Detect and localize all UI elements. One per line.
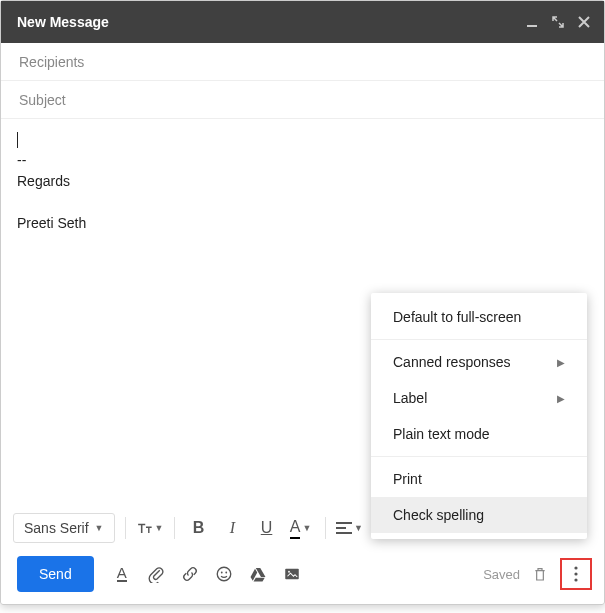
recipients-input[interactable]	[17, 53, 588, 71]
svg-point-6	[225, 572, 227, 574]
svg-point-9	[574, 566, 577, 569]
fullscreen-icon[interactable]	[552, 16, 564, 28]
svg-point-11	[574, 578, 577, 581]
send-button[interactable]: Send	[17, 556, 94, 592]
more-button-highlight	[560, 558, 592, 590]
compose-header: New Message	[1, 1, 604, 43]
text-format-icon[interactable]: A	[112, 564, 132, 584]
link-icon[interactable]	[180, 564, 200, 584]
italic-button[interactable]: I	[219, 514, 247, 542]
header-window-controls	[526, 16, 590, 28]
more-options-icon[interactable]	[564, 562, 588, 586]
menu-canned-responses[interactable]: Canned responses ▶	[371, 344, 587, 380]
signature-line2: Preeti Seth	[17, 215, 86, 231]
svg-rect-7	[285, 569, 299, 580]
chevron-down-icon: ▼	[155, 523, 164, 533]
align-button[interactable]: ▼	[336, 514, 364, 542]
menu-separator	[371, 456, 587, 457]
svg-point-8	[288, 571, 290, 573]
action-row: Send A Saved	[1, 548, 604, 604]
format-glyph: A	[117, 566, 127, 582]
underline-button[interactable]: U	[253, 514, 281, 542]
subject-row[interactable]	[1, 81, 604, 119]
chevron-right-icon: ▶	[557, 393, 565, 404]
divider	[325, 517, 326, 539]
divider	[125, 517, 126, 539]
svg-point-10	[574, 572, 577, 575]
action-icons: A	[112, 564, 302, 584]
signature-separator: --	[17, 152, 26, 168]
menu-label: Plain text mode	[393, 426, 490, 442]
action-right: Saved	[483, 558, 592, 590]
trash-icon[interactable]	[530, 564, 550, 584]
emoji-icon[interactable]	[214, 564, 234, 584]
menu-label: Default to full-screen	[393, 309, 521, 325]
divider	[174, 517, 175, 539]
menu-label: Canned responses	[393, 354, 511, 370]
image-icon[interactable]	[282, 564, 302, 584]
svg-point-4	[217, 567, 231, 581]
close-icon[interactable]	[578, 16, 590, 28]
menu-label: Check spelling	[393, 507, 484, 523]
header-title: New Message	[17, 14, 526, 30]
menu-label-item[interactable]: Label ▶	[371, 380, 587, 416]
text-color-glyph: A	[290, 518, 301, 539]
chevron-down-icon: ▼	[95, 523, 104, 533]
saved-indicator: Saved	[483, 567, 520, 582]
menu-print[interactable]: Print	[371, 461, 587, 497]
menu-separator	[371, 339, 587, 340]
recipients-row[interactable]	[1, 43, 604, 81]
text-color-button[interactable]: A ▼	[287, 514, 315, 542]
attach-icon[interactable]	[146, 564, 166, 584]
menu-label: Print	[393, 471, 422, 487]
more-options-menu: Default to full-screen Canned responses …	[371, 293, 587, 539]
chevron-right-icon: ▶	[557, 357, 565, 368]
svg-point-5	[221, 572, 223, 574]
menu-label: Label	[393, 390, 427, 406]
drive-icon[interactable]	[248, 564, 268, 584]
text-size-button[interactable]: ▼	[136, 514, 164, 542]
font-selector[interactable]: Sans Serif ▼	[13, 513, 115, 543]
bold-button[interactable]: B	[185, 514, 213, 542]
menu-check-spelling[interactable]: Check spelling	[371, 497, 587, 533]
chevron-down-icon: ▼	[354, 523, 363, 533]
chevron-down-icon: ▼	[302, 523, 311, 533]
font-name: Sans Serif	[24, 520, 89, 536]
menu-plain-text[interactable]: Plain text mode	[371, 416, 587, 452]
signature-line1: Regards	[17, 173, 70, 189]
minimize-icon[interactable]	[526, 16, 538, 28]
text-cursor	[17, 132, 18, 148]
menu-default-fullscreen[interactable]: Default to full-screen	[371, 299, 587, 335]
subject-input[interactable]	[17, 91, 588, 109]
